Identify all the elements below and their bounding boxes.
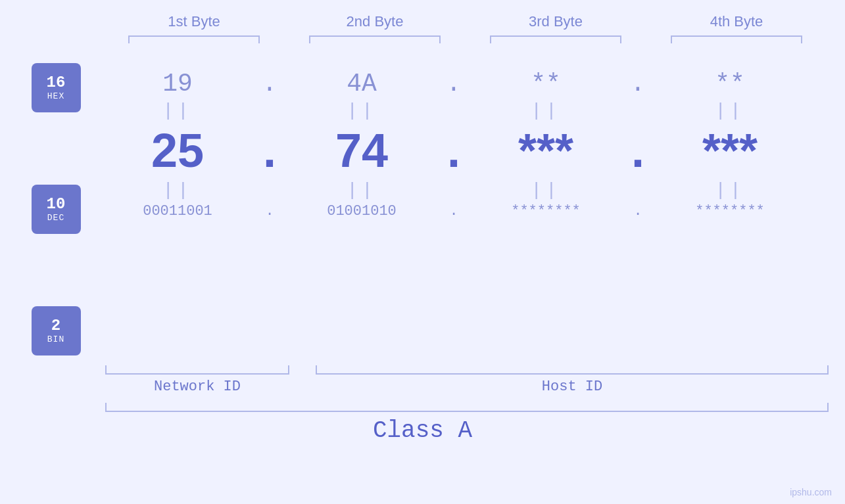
bin-row: 00011001 . 01001010 . ******** . bbox=[85, 203, 845, 219]
dec-dot-2: . bbox=[441, 124, 467, 177]
main-container: 1st Byte 2nd Byte 3rd Byte 4th Byte 16 H… bbox=[0, 0, 845, 504]
bin-dot-2: . bbox=[441, 203, 467, 219]
dec-b2: 74 bbox=[283, 124, 441, 177]
class-label: Class A bbox=[0, 417, 845, 444]
dec-dot-1: . bbox=[256, 124, 283, 177]
dec-badge-label: DEC bbox=[47, 214, 64, 223]
network-id-bracket bbox=[105, 365, 289, 375]
main-content: 16 HEX 10 DEC 2 BIN 19 . bbox=[0, 63, 845, 355]
values-grid: 19 . 4A . ** . ** bbox=[85, 63, 845, 355]
equals-row-1: || || || || bbox=[85, 98, 845, 124]
col-header-1: 1st Byte bbox=[115, 13, 273, 30]
class-bracket bbox=[105, 403, 829, 412]
bin-b2: 01001010 bbox=[283, 203, 441, 219]
bin-badge-label: BIN bbox=[47, 335, 64, 344]
dec-b4: *** bbox=[651, 124, 809, 177]
dec-dot-3: . bbox=[625, 124, 651, 177]
bottom-section: Network ID Host ID Class A bbox=[0, 365, 845, 444]
host-id-bracket bbox=[316, 365, 829, 375]
dec-b1: 25 bbox=[99, 124, 256, 177]
watermark: ipshu.com bbox=[790, 487, 832, 497]
eq2-b2: || bbox=[283, 180, 441, 200]
eq2-b4: || bbox=[651, 180, 809, 200]
hex-row: 19 . 4A . ** . ** bbox=[85, 70, 845, 98]
hex-b1: 19 bbox=[99, 70, 256, 98]
col-header-4: 4th Byte bbox=[658, 13, 815, 30]
bin-dot-1: . bbox=[256, 203, 283, 219]
bin-badge: 2 BIN bbox=[32, 306, 81, 355]
header-brackets bbox=[104, 35, 827, 43]
eq1-b2: || bbox=[283, 101, 441, 121]
equals-row-2: || || || || bbox=[85, 177, 845, 203]
hex-b2: 4A bbox=[283, 70, 441, 98]
badges-column: 16 HEX 10 DEC 2 BIN bbox=[0, 63, 85, 355]
id-brackets bbox=[105, 365, 829, 375]
eq1-b3: || bbox=[467, 101, 625, 121]
eq2-b3: || bbox=[467, 180, 625, 200]
hex-dot-1: . bbox=[256, 70, 283, 98]
dec-badge: 10 DEC bbox=[32, 185, 81, 234]
hex-badge-number: 16 bbox=[47, 74, 66, 91]
bracket-2 bbox=[309, 35, 441, 43]
hex-badge-label: HEX bbox=[47, 92, 64, 101]
network-id-label: Network ID bbox=[105, 378, 289, 395]
column-headers: 1st Byte 2nd Byte 3rd Byte 4th Byte bbox=[104, 13, 827, 30]
hex-dot-3: . bbox=[625, 70, 651, 98]
dec-badge-number: 10 bbox=[47, 196, 66, 213]
bin-b3: ******** bbox=[467, 203, 625, 219]
host-id-label: Host ID bbox=[316, 378, 829, 395]
col-header-2: 2nd Byte bbox=[296, 13, 454, 30]
hex-b4: ** bbox=[651, 70, 809, 98]
bracket-4 bbox=[671, 35, 802, 43]
col-header-3: 3rd Byte bbox=[477, 13, 635, 30]
eq1-b1: || bbox=[99, 101, 256, 121]
dec-b3: *** bbox=[467, 124, 625, 177]
dec-row: 25 . 74 . *** . *** bbox=[85, 124, 845, 177]
hex-b3: ** bbox=[467, 70, 625, 98]
bin-dot-3: . bbox=[625, 203, 651, 219]
hex-dot-2: . bbox=[441, 70, 467, 98]
id-labels: Network ID Host ID bbox=[105, 378, 829, 395]
hex-badge: 16 HEX bbox=[32, 63, 81, 112]
bin-b1: 00011001 bbox=[99, 203, 256, 219]
bracket-3 bbox=[490, 35, 621, 43]
bin-b4: ******** bbox=[651, 203, 809, 219]
bracket-1 bbox=[128, 35, 260, 43]
eq1-b4: || bbox=[651, 101, 809, 121]
bin-badge-number: 2 bbox=[51, 317, 60, 334]
eq2-b1: || bbox=[99, 180, 256, 200]
